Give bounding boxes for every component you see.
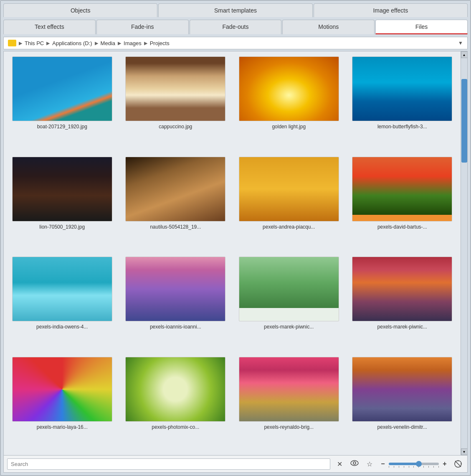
breadcrumb-arrow-2: ▶ bbox=[95, 41, 98, 46]
image-grid: boat-207129_1920.jpgcappuccino.jpggolden… bbox=[4, 51, 461, 455]
main-container: Objects Smart templates Image effects Te… bbox=[0, 0, 471, 476]
image-cell-9[interactable]: pexels-ioannis-ioanni... bbox=[119, 253, 233, 354]
close-icon: ✕ bbox=[337, 460, 342, 468]
image-cell-6[interactable]: pexels-andrea-piacqu... bbox=[232, 153, 346, 254]
image-cell-13[interactable]: pexels-photomix-co... bbox=[119, 354, 233, 454]
image-cell-11[interactable]: pexels-marek-piwnic... bbox=[346, 253, 459, 354]
image-thumb-7 bbox=[352, 157, 452, 221]
image-label-13: pexels-photomix-co... bbox=[152, 424, 199, 430]
image-thumb-15 bbox=[352, 357, 452, 422]
svg-point-0 bbox=[351, 461, 358, 466]
image-thumb-1 bbox=[125, 56, 225, 121]
svg-line-3 bbox=[455, 461, 461, 467]
image-thumb-3 bbox=[352, 56, 452, 121]
tab-smart-templates[interactable]: Smart templates bbox=[158, 3, 312, 17]
tab-objects[interactable]: Objects bbox=[3, 3, 157, 17]
breadcrumb-dropdown-icon[interactable]: ▼ bbox=[458, 40, 463, 46]
breadcrumb-arrow-4: ▶ bbox=[144, 41, 147, 46]
image-label-2: golden light.jpg bbox=[272, 124, 306, 130]
image-label-0: boat-207129_1920.jpg bbox=[37, 124, 87, 130]
star-icon: ☆ bbox=[367, 460, 372, 468]
scrollbar-thumb[interactable] bbox=[461, 79, 467, 163]
favorite-button[interactable]: ☆ bbox=[364, 458, 375, 470]
image-cell-5[interactable]: nautilus-5054128_19... bbox=[119, 153, 233, 254]
scrollbar-track: ▲ ▼ bbox=[461, 51, 467, 455]
image-thumb-14 bbox=[239, 357, 339, 422]
image-label-4: lion-70500_1920.jpg bbox=[39, 224, 85, 230]
image-cell-4[interactable]: lion-70500_1920.jpg bbox=[5, 153, 119, 254]
breadcrumb: ▶ This PC ▶ Applications (D:) ▶ Media ▶ … bbox=[3, 37, 468, 49]
scrollbar-down-button[interactable]: ▼ bbox=[461, 448, 468, 455]
zoom-fit-button[interactable] bbox=[452, 458, 464, 470]
image-cell-2[interactable]: golden light.jpg bbox=[232, 53, 346, 153]
image-thumb-9 bbox=[125, 257, 225, 321]
tab-image-effects[interactable]: Image effects bbox=[314, 3, 468, 17]
breadcrumb-applications[interactable]: Applications (D:) bbox=[52, 40, 92, 46]
search-input[interactable] bbox=[7, 458, 330, 470]
tab-row-1: Objects Smart templates Image effects bbox=[1, 1, 470, 17]
image-cell-12[interactable]: pexels-mario-laya-16... bbox=[5, 354, 119, 454]
image-thumb-0 bbox=[12, 56, 112, 121]
image-cell-7[interactable]: pexels-david-bartus-... bbox=[346, 153, 459, 254]
image-label-14: pexels-reynaldo-brig... bbox=[264, 424, 314, 430]
breadcrumb-projects[interactable]: Projects bbox=[150, 40, 170, 46]
clear-search-button[interactable]: ✕ bbox=[334, 458, 345, 470]
image-thumb-11 bbox=[352, 257, 452, 321]
image-cell-14[interactable]: pexels-reynaldo-brig... bbox=[232, 354, 346, 454]
tab-fade-ins[interactable]: Fade-ins bbox=[96, 20, 189, 34]
scrollbar-middle bbox=[461, 58, 468, 448]
image-thumb-13 bbox=[125, 357, 225, 422]
tab-motions[interactable]: Motions bbox=[282, 20, 375, 34]
image-label-10: pexels-marek-piwnic... bbox=[264, 324, 314, 330]
image-thumb-4 bbox=[12, 157, 112, 221]
zoom-plus-button[interactable]: + bbox=[441, 460, 449, 468]
image-label-1: cappuccino.jpg bbox=[159, 124, 192, 130]
image-thumb-2 bbox=[239, 56, 339, 121]
zoom-slider[interactable] bbox=[389, 463, 439, 465]
content-area: boat-207129_1920.jpgcappuccino.jpggolden… bbox=[3, 51, 468, 456]
breadcrumb-arrow-0: ▶ bbox=[19, 41, 22, 46]
image-label-11: pexels-marek-piwnic... bbox=[377, 324, 427, 330]
image-label-7: pexels-david-bartus-... bbox=[377, 224, 427, 230]
image-label-5: nautilus-5054128_19... bbox=[150, 224, 201, 230]
image-cell-8[interactable]: pexels-india-owens-4... bbox=[5, 253, 119, 354]
image-cell-10[interactable]: pexels-marek-piwnic... bbox=[232, 253, 346, 354]
breadcrumb-media[interactable]: Media bbox=[101, 40, 115, 46]
image-label-8: pexels-india-owens-4... bbox=[36, 324, 88, 330]
folder-icon bbox=[8, 40, 16, 46]
eye-icon bbox=[350, 460, 359, 468]
svg-point-1 bbox=[353, 462, 356, 464]
image-label-6: pexels-andrea-piacqu... bbox=[263, 224, 315, 230]
image-thumb-5 bbox=[125, 157, 225, 221]
breadcrumb-this-pc[interactable]: This PC bbox=[25, 40, 44, 46]
zoom-slider-container: − + bbox=[379, 460, 449, 468]
breadcrumb-arrow-3: ▶ bbox=[118, 41, 121, 46]
image-label-15: pexels-venelin-dimitr... bbox=[377, 424, 427, 430]
breadcrumb-images[interactable]: Images bbox=[124, 40, 142, 46]
image-thumb-10 bbox=[239, 257, 339, 321]
tab-text-effects[interactable]: Text effects bbox=[3, 20, 96, 34]
image-cell-3[interactable]: lemon-butterflyfish-3... bbox=[346, 53, 459, 153]
preview-button[interactable] bbox=[349, 458, 360, 470]
image-label-9: pexels-ioannis-ioanni... bbox=[150, 324, 201, 330]
image-cell-1[interactable]: cappuccino.jpg bbox=[119, 53, 233, 153]
breadcrumb-arrow-1: ▶ bbox=[46, 41, 50, 46]
tab-files[interactable]: Files bbox=[375, 20, 468, 34]
image-label-3: lemon-butterflyfish-3... bbox=[377, 124, 427, 130]
tab-row-2: Text effects Fade-ins Fade-outs Motions … bbox=[1, 17, 470, 34]
scrollbar-up-button[interactable]: ▲ bbox=[461, 51, 468, 58]
image-thumb-12 bbox=[12, 357, 112, 422]
tab-fade-outs[interactable]: Fade-outs bbox=[190, 20, 282, 34]
bottom-bar: ✕ ☆ − bbox=[3, 456, 468, 473]
image-thumb-8 bbox=[12, 257, 112, 321]
image-cell-15[interactable]: pexels-venelin-dimitr... bbox=[346, 354, 459, 454]
image-label-12: pexels-mario-laya-16... bbox=[37, 424, 88, 430]
image-cell-0[interactable]: boat-207129_1920.jpg bbox=[5, 53, 119, 153]
zoom-minus-button[interactable]: − bbox=[379, 460, 387, 468]
image-thumb-6 bbox=[239, 157, 339, 221]
